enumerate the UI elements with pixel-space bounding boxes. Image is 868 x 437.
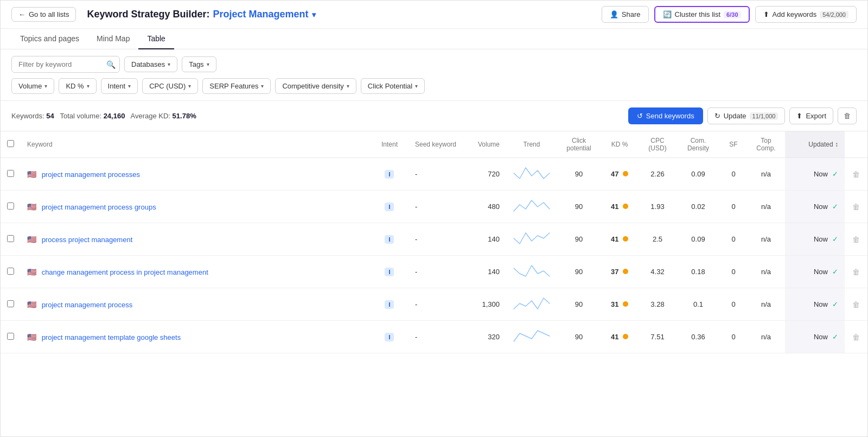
- updated-cell: Now ✓: [785, 223, 845, 256]
- trend-cell: [506, 256, 557, 288]
- keyword-link[interactable]: change management process in project man…: [42, 268, 208, 276]
- keyword-cell: 🇺🇸 project management process groups: [21, 191, 371, 223]
- click-cell: 90: [557, 288, 601, 321]
- delete-row-button[interactable]: 🗑: [851, 234, 861, 245]
- row-actions-cell: 🗑: [845, 321, 867, 353]
- intent-badge: I: [385, 170, 394, 179]
- row-actions-cell: 🗑: [845, 191, 867, 223]
- delete-row-button[interactable]: 🗑: [851, 267, 861, 277]
- sf-cell: 0: [720, 223, 747, 256]
- intent-cell: I: [371, 223, 409, 256]
- page-title-blue[interactable]: Project Management: [213, 9, 308, 20]
- row-checkbox[interactable]: [7, 170, 14, 177]
- delete-row-button[interactable]: 🗑: [851, 169, 861, 180]
- share-button[interactable]: 👤 Share: [602, 6, 649, 23]
- updated-text: Now: [814, 235, 828, 243]
- tab-table[interactable]: Table: [138, 29, 174, 49]
- col-header-updated[interactable]: Updated ↕: [785, 131, 845, 158]
- keyword-cell: 🇺🇸 process project management: [21, 223, 371, 256]
- kd-dot: [623, 236, 628, 242]
- check-icon: ✓: [832, 268, 838, 276]
- send-icon: ↺: [637, 112, 643, 120]
- row-checkbox[interactable]: [7, 300, 14, 307]
- keyword-link[interactable]: project management processes: [42, 170, 140, 179]
- top-cell: n/a: [747, 256, 785, 288]
- keyword-link[interactable]: project management process groups: [42, 203, 156, 211]
- volume-cell: 720: [463, 158, 506, 191]
- volume-cell: 1,300: [463, 288, 506, 321]
- com-cell: 0.09: [676, 158, 720, 191]
- click-cell: 90: [557, 223, 601, 256]
- keyword-link[interactable]: project management process: [42, 301, 133, 309]
- updated-cell: Now ✓: [785, 321, 845, 353]
- delete-row-button[interactable]: 🗑: [851, 332, 861, 343]
- cpc-dropdown[interactable]: CPC (USD) ▾: [142, 78, 198, 94]
- chevron-down-icon: ▾: [261, 83, 264, 89]
- select-all-checkbox[interactable]: [7, 140, 14, 147]
- row-actions-cell: 🗑: [845, 256, 867, 288]
- check-icon: ✓: [832, 202, 838, 211]
- cpc-cell: 2.5: [639, 223, 676, 256]
- intent-dropdown[interactable]: Intent ▾: [101, 78, 138, 94]
- row-checkbox[interactable]: [7, 268, 14, 275]
- update-button[interactable]: ↻ Update 11/1,000: [707, 107, 786, 124]
- flag-icon: 🇺🇸: [27, 300, 36, 309]
- row-checkbox[interactable]: [7, 202, 14, 210]
- search-icon[interactable]: 🔍: [106, 60, 116, 69]
- chevron-down-icon[interactable]: ▾: [312, 10, 316, 19]
- keyword-link[interactable]: process project management: [42, 236, 133, 244]
- kd-cell: 31: [601, 288, 639, 321]
- trend-cell: [506, 288, 557, 321]
- row-checkbox[interactable]: [7, 333, 14, 340]
- trash-icon: 🗑: [844, 112, 851, 120]
- comp-density-dropdown[interactable]: Competitive density ▾: [275, 78, 356, 94]
- intent-badge: I: [385, 300, 394, 309]
- keyword-cell: 🇺🇸 project management processes: [21, 158, 371, 191]
- search-input[interactable]: [11, 56, 120, 73]
- delete-button[interactable]: 🗑: [838, 107, 857, 124]
- add-keywords-button[interactable]: ⬆ Add keywords 54/2,000: [755, 6, 857, 23]
- keyword-link[interactable]: project management template google sheet…: [42, 333, 181, 341]
- trend-cell: [506, 321, 557, 353]
- sf-cell: 0: [720, 256, 747, 288]
- kd-cell: 41: [601, 191, 639, 223]
- page-title: Keyword Strategy Builder: Project Manage…: [87, 9, 601, 20]
- click-potential-dropdown[interactable]: Click Potential ▾: [361, 78, 425, 94]
- export-button[interactable]: ⬆ Export: [789, 107, 833, 124]
- kd-dropdown[interactable]: KD % ▾: [59, 78, 96, 94]
- intent-badge: I: [385, 268, 394, 276]
- volume-dropdown[interactable]: Volume ▾: [11, 78, 54, 94]
- tags-dropdown[interactable]: Tags ▾: [182, 56, 216, 72]
- row-actions-cell: 🗑: [845, 223, 867, 256]
- keyword-cell: 🇺🇸 change management process in project …: [21, 256, 371, 288]
- serp-dropdown[interactable]: SERP Features ▾: [202, 78, 271, 94]
- tab-mind-map[interactable]: Mind Map: [88, 29, 138, 49]
- tab-topics-and-pages[interactable]: Topics and pages: [11, 29, 88, 49]
- seed-cell: -: [409, 288, 463, 321]
- flag-icon: 🇺🇸: [27, 170, 36, 179]
- updated-text: Now: [814, 202, 828, 211]
- col-header-sf: SF: [720, 131, 747, 158]
- chevron-down-icon: ▾: [168, 61, 170, 67]
- click-cell: 90: [557, 256, 601, 288]
- delete-row-button[interactable]: 🗑: [851, 299, 861, 310]
- col-header-click: Clickpotential: [557, 131, 601, 158]
- refresh-icon: ↻: [714, 112, 720, 120]
- upload-icon: ⬆: [763, 10, 769, 18]
- table-row: 🇺🇸 project management processes I - 720 …: [1, 158, 867, 191]
- volume-cell: 320: [463, 321, 506, 353]
- send-keywords-button[interactable]: ↺ Send keywords: [628, 107, 703, 124]
- updated-text: Now: [814, 300, 828, 308]
- chevron-down-icon: ▾: [207, 61, 209, 67]
- delete-row-button[interactable]: 🗑: [851, 201, 861, 212]
- sf-cell: 0: [720, 191, 747, 223]
- databases-dropdown[interactable]: Databases ▾: [124, 56, 177, 72]
- update-badge: 11/1,000: [750, 112, 778, 120]
- go-back-button[interactable]: ← Go to all lists: [11, 7, 76, 22]
- col-header-top: TopComp.: [747, 131, 785, 158]
- chevron-down-icon: ▾: [347, 83, 349, 89]
- kd-dot: [623, 204, 628, 209]
- cluster-button[interactable]: 🔄 Cluster this list 6/30: [654, 6, 750, 23]
- cluster-badge: 6/30: [724, 11, 741, 18]
- row-checkbox[interactable]: [7, 235, 14, 242]
